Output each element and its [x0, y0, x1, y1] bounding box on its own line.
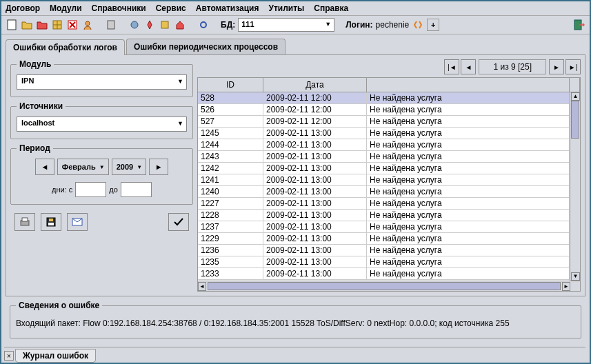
pager-first-button[interactable]: |◄ — [444, 59, 459, 74]
mail-button[interactable] — [67, 213, 88, 231]
cell-date: 2009-02-11 13:00 — [263, 198, 367, 209]
module-select[interactable]: IPN — [17, 74, 187, 90]
period-fieldset: Период ◄ Февраль 2009 ► дни: с до — [10, 143, 193, 205]
menu-service[interactable]: Сервис — [156, 3, 186, 13]
calc-icon[interactable] — [105, 19, 117, 31]
scroll-up-icon[interactable]: ▲ — [571, 92, 580, 101]
cell-msg: Не найдена услуга — [367, 128, 570, 139]
cell-id: 528 — [198, 92, 263, 103]
grid: ID Дата 5282009-02-11 12:00Не найдена ус… — [197, 77, 581, 292]
cell-date: 2009-02-11 13:00 — [263, 245, 367, 256]
cell-msg: Не найдена услуга — [367, 268, 570, 279]
plus-icon[interactable]: + — [427, 19, 439, 31]
save-button[interactable] — [41, 213, 61, 231]
tool3-icon[interactable] — [159, 19, 171, 31]
grid-icon[interactable] — [51, 19, 63, 31]
table-row[interactable]: 12292009-02-11 13:00Не найдена услуга — [198, 233, 570, 245]
scroll-right-icon[interactable]: ► — [562, 282, 570, 291]
pager-next-button[interactable]: ► — [549, 59, 564, 74]
menu-help[interactable]: Справка — [314, 3, 348, 13]
table-row[interactable]: 12352009-02-11 13:00Не найдена услуга — [198, 256, 570, 268]
login-action-icon[interactable] — [412, 19, 424, 31]
folder-red-icon[interactable] — [36, 19, 48, 31]
scroll-thumb[interactable] — [571, 101, 579, 139]
day-to-input[interactable] — [121, 182, 152, 197]
table-row[interactable]: 12402009-02-11 13:00Не найдена услуга — [198, 186, 570, 198]
close-tab-button[interactable]: × — [4, 351, 14, 361]
table-row[interactable]: 5272009-02-11 12:00Не найдена услуга — [198, 116, 570, 128]
cell-id: 1228 — [198, 210, 263, 221]
exit-icon[interactable] — [573, 19, 585, 31]
pager-prev-button[interactable]: ◄ — [461, 59, 476, 74]
delete-icon[interactable] — [66, 19, 79, 31]
cell-date: 2009-02-11 13:00 — [263, 151, 367, 162]
print-button[interactable] — [14, 213, 35, 231]
table-row[interactable]: 12452009-02-11 13:00Не найдена услуга — [198, 128, 570, 139]
scroll-left-icon[interactable]: ◄ — [198, 282, 206, 291]
tool2-icon[interactable] — [143, 19, 156, 31]
cell-id: 1240 — [198, 186, 263, 197]
table-row[interactable]: 12422009-02-11 13:00Не найдена услуга — [198, 163, 570, 174]
cell-id: 1241 — [198, 174, 263, 185]
table-row[interactable]: 12372009-02-11 13:00Не найдена услуга — [198, 221, 570, 233]
cell-id: 1236 — [198, 245, 263, 256]
cell-id: 1242 — [198, 163, 263, 174]
period-legend: Период — [17, 143, 53, 153]
table-row[interactable]: 12272009-02-11 13:00Не найдена услуга — [198, 198, 570, 210]
cell-msg: Не найдена услуга — [367, 245, 570, 256]
login-label: Логин: — [345, 20, 372, 30]
vertical-scrollbar[interactable]: ▲ ▼ — [570, 92, 580, 281]
col-header-date[interactable]: Дата — [263, 78, 367, 92]
menu-spravochniki[interactable]: Справочники — [92, 3, 146, 13]
menu-dogovor[interactable]: Договор — [6, 3, 40, 13]
sources-select[interactable]: localhost — [17, 117, 187, 132]
tool1-icon[interactable] — [128, 19, 141, 31]
menu-utilities[interactable]: Утилиты — [268, 3, 304, 13]
cell-msg: Не найдена услуга — [367, 163, 570, 174]
hscroll-thumb[interactable] — [208, 282, 561, 290]
error-detail-fieldset: Сведения о ошибке Входящий пакет: Flow 0… — [10, 301, 581, 338]
table-row[interactable]: 5262009-02-11 12:00Не найдена услуга — [198, 104, 570, 116]
cell-id: 1233 — [198, 268, 263, 279]
cell-id: 1227 — [198, 198, 263, 209]
pager-last-button[interactable]: ►| — [565, 59, 581, 74]
svg-rect-10 — [161, 21, 168, 28]
scroll-down-icon[interactable]: ▼ — [571, 272, 580, 281]
menu-automation[interactable]: Автоматизация — [196, 3, 259, 13]
db-select[interactable]: 111 — [238, 18, 334, 32]
cell-date: 2009-02-11 12:00 — [263, 92, 367, 103]
cell-id: 1245 — [198, 128, 263, 139]
tab-log-errors[interactable]: Ошибки обработки логов — [6, 39, 125, 55]
table-row[interactable]: 5282009-02-11 12:00Не найдена услуга — [198, 92, 570, 104]
col-header-msg[interactable] — [367, 78, 570, 92]
col-header-scroll — [570, 78, 580, 92]
period-prev-button[interactable]: ◄ — [35, 159, 54, 175]
table-row[interactable]: 12332009-02-11 13:00Не найдена услуга — [198, 268, 570, 280]
day-from-input[interactable] — [75, 182, 106, 197]
refresh-icon[interactable] — [197, 19, 210, 31]
tab-periodic-errors[interactable]: Ошибки периодических процессов — [126, 39, 286, 54]
table-row[interactable]: 12442009-02-11 13:00Не найдена услуга — [198, 139, 570, 151]
col-header-id[interactable]: ID — [198, 78, 263, 92]
svg-rect-13 — [22, 218, 28, 221]
user-icon[interactable] — [81, 19, 94, 31]
table-row[interactable]: 12412009-02-11 13:00Не найдена услуга — [198, 174, 570, 186]
menu-moduli[interactable]: Модули — [50, 3, 81, 13]
horizontal-scrollbar[interactable]: ◄ ► — [198, 281, 580, 291]
bottom-tab-journal[interactable]: Журнал ошибок — [15, 349, 96, 363]
cell-date: 2009-02-11 12:00 — [263, 116, 367, 127]
month-select[interactable]: Февраль — [57, 159, 109, 175]
svg-rect-16 — [49, 219, 53, 221]
cell-msg: Не найдена услуга — [367, 151, 570, 162]
table-row[interactable]: 12282009-02-11 13:00Не найдена услуга — [198, 210, 570, 221]
table-row[interactable]: 12432009-02-11 13:00Не найдена услуга — [198, 151, 570, 163]
new-doc-icon[interactable] — [6, 19, 18, 31]
open-folder-icon[interactable] — [21, 19, 33, 31]
year-select[interactable]: 2009 — [112, 159, 146, 175]
home-icon[interactable] — [174, 19, 186, 31]
svg-point-7 — [86, 21, 90, 26]
apply-button[interactable] — [168, 213, 189, 231]
table-row[interactable]: 12362009-02-11 13:00Не найдена услуга — [198, 245, 570, 256]
period-next-button[interactable]: ► — [149, 159, 168, 175]
cell-msg: Не найдена услуга — [367, 104, 570, 115]
